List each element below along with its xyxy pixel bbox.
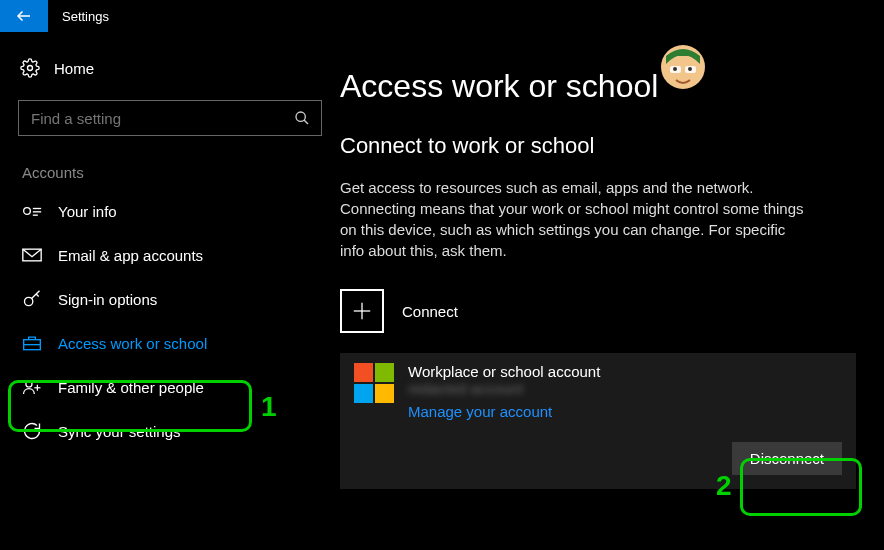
svg-line-11 — [36, 294, 38, 297]
sidebar-item-signin-options[interactable]: Sign-in options — [0, 277, 340, 321]
description-text: Get access to resources such as email, a… — [340, 177, 810, 261]
plus-icon — [340, 289, 384, 333]
people-icon — [22, 377, 42, 397]
page-title: Access work or school — [340, 68, 856, 105]
microsoft-logo-icon — [354, 363, 394, 403]
home-label: Home — [54, 60, 94, 77]
titlebar: Settings — [0, 0, 884, 32]
sidebar-item-sync[interactable]: Sync your settings — [0, 409, 340, 453]
sidebar-item-label: Your info — [58, 203, 117, 220]
sync-icon — [22, 421, 42, 441]
search-input[interactable] — [29, 109, 292, 128]
search-icon — [292, 108, 311, 128]
app-title: Settings — [62, 9, 109, 24]
home-button[interactable]: Home — [0, 50, 340, 86]
connect-label: Connect — [402, 303, 458, 320]
sidebar-item-label: Sign-in options — [58, 291, 157, 308]
connect-button[interactable]: Connect — [340, 289, 856, 333]
svg-point-4 — [24, 208, 31, 215]
disconnect-button[interactable]: Disconnect — [732, 442, 842, 475]
manage-account-link[interactable]: Manage your account — [408, 403, 600, 420]
sidebar: Home Accounts Your info Email & app — [0, 32, 340, 550]
section-label-accounts: Accounts — [22, 164, 340, 181]
sidebar-item-email-accounts[interactable]: Email & app accounts — [0, 233, 340, 277]
account-detail: redacted account — [408, 380, 600, 397]
key-icon — [22, 289, 42, 309]
briefcase-icon — [22, 333, 42, 353]
svg-point-14 — [26, 381, 32, 387]
search-input-wrapper[interactable] — [18, 100, 322, 136]
back-button[interactable] — [0, 0, 48, 32]
sidebar-item-access-work-school[interactable]: Access work or school — [0, 321, 340, 365]
sidebar-item-your-info[interactable]: Your info — [0, 189, 340, 233]
main-content: Access work or school Connect to work or… — [340, 32, 884, 550]
sidebar-item-label: Sync your settings — [58, 423, 181, 440]
page-subtitle: Connect to work or school — [340, 133, 856, 159]
mail-icon — [22, 245, 42, 265]
account-title: Workplace or school account — [408, 363, 600, 380]
person-card-icon — [22, 201, 42, 221]
svg-point-1 — [28, 66, 33, 71]
svg-point-9 — [25, 297, 33, 305]
sidebar-item-label: Email & app accounts — [58, 247, 203, 264]
svg-point-2 — [296, 112, 305, 121]
account-card[interactable]: Workplace or school account redacted acc… — [340, 353, 856, 489]
svg-line-10 — [32, 291, 40, 299]
svg-line-3 — [304, 120, 308, 124]
sidebar-item-label: Family & other people — [58, 379, 204, 396]
sidebar-item-label: Access work or school — [58, 335, 207, 352]
sidebar-item-family[interactable]: Family & other people — [0, 365, 340, 409]
gear-icon — [20, 58, 40, 78]
